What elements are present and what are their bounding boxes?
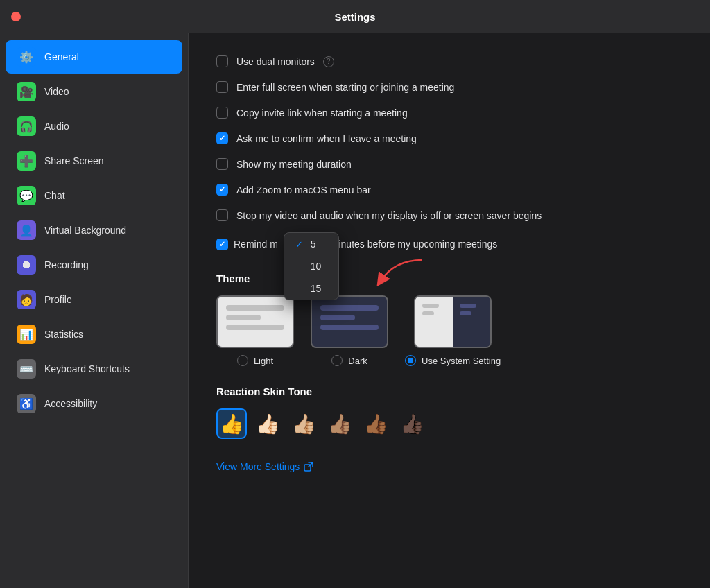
label-confirm-leave: Ask me to confirm when I leave a meeting [236,133,417,144]
skin-tone-1[interactable]: 👍🏻 [252,408,283,439]
sidebar: ⚙️ General 🎥 Video 🎧 Audio ➕ Share Scree… [0,33,189,588]
sidebar-item-profile[interactable]: 🧑 Profile [6,283,182,316]
sidebar-label-recording: Recording [44,259,89,270]
sidebar-item-virtual-background[interactable]: 👤 Virtual Background [6,214,182,247]
window-title: Settings [334,11,375,23]
checkbox-add-zoom-menu[interactable] [216,184,228,196]
label-show-duration: Show my meeting duration [236,159,352,170]
theme-option-dark[interactable]: Dark [311,295,388,366]
audio-icon: 🎧 [17,116,36,136]
theme-options: Light Dark [216,295,682,366]
dark-label: Dark [348,356,367,366]
option-label-10: 10 [311,261,322,272]
radio-light[interactable] [237,355,248,366]
light-label: Light [254,356,273,366]
option-label-5: 5 [311,239,316,250]
option-label-15: 15 [311,283,322,294]
chat-icon: 💬 [17,186,36,205]
sidebar-label-virtual-background: Virtual Background [44,225,126,236]
sidebar-item-chat[interactable]: 💬 Chat [6,179,182,212]
help-icon-dual-monitors[interactable]: ? [323,56,334,67]
sidebar-label-keyboard-shortcuts: Keyboard Shortcuts [44,363,130,374]
sidebar-label-share-screen: Share Screen [44,155,104,166]
view-more-label: View More Settings [216,461,300,472]
sidebar-item-video[interactable]: 🎥 Video [6,75,182,108]
sidebar-item-accessibility[interactable]: ♿ Accessibility [6,387,182,420]
checkbox-stop-video-audio[interactable] [216,209,228,221]
dropdown-container: 5 ▼ ✓ 5 ✓ 10 ✓ 15 [284,235,325,253]
dark-theme-preview [311,295,388,348]
checkbox-copy-invite[interactable] [216,107,228,119]
external-link-icon [304,462,313,472]
accessibility-icon: ♿ [17,394,36,413]
checkbox-confirm-leave[interactable] [216,132,228,144]
profile-icon: 🧑 [17,290,36,309]
sidebar-item-general[interactable]: ⚙️ General [6,40,182,74]
dropdown-popup: ✓ 5 ✓ 10 ✓ 15 [284,232,339,300]
theme-option-light[interactable]: Light [216,295,294,366]
system-radio-row: Use System Setting [405,355,501,366]
dark-radio-row: Dark [331,355,367,366]
setting-add-zoom-menu: Add Zoom to macOS menu bar [216,184,682,196]
sidebar-label-statistics: Statistics [44,329,83,340]
skin-tone-title: Reaction Skin Tone [216,386,682,397]
system-theme-preview [414,295,492,348]
checkbox-fullscreen[interactable] [216,81,228,93]
remind-suffix: minutes before my upcoming meetings [331,239,497,250]
dropdown-option-5[interactable]: ✓ 5 [284,233,338,255]
content-area: Use dual monitors ? Enter full screen wh… [189,33,710,588]
sidebar-label-chat: Chat [44,190,65,201]
sidebar-label-video: Video [44,86,69,97]
label-dual-monitors: Use dual monitors [236,56,315,67]
video-icon: 🎥 [17,82,36,101]
checkbox-dual-monitors[interactable] [216,55,228,67]
close-button[interactable] [11,12,21,21]
sidebar-label-audio: Audio [44,121,69,132]
setting-show-duration: Show my meeting duration [216,158,682,170]
checkmark-10: ✓ [295,261,305,272]
sidebar-label-accessibility: Accessibility [44,398,97,409]
recording-icon: ⏺ [17,255,36,275]
setting-confirm-leave: Ask me to confirm when I leave a meeting [216,132,682,144]
label-fullscreen: Enter full screen when starting or joini… [236,82,454,93]
virtual-background-icon: 👤 [17,220,36,240]
remind-prefix: Remind m [234,239,278,250]
sidebar-label-profile: Profile [44,294,72,305]
setting-fullscreen: Enter full screen when starting or joini… [216,81,682,93]
sidebar-item-keyboard-shortcuts[interactable]: ⌨️ Keyboard Shortcuts [6,352,182,386]
dropdown-option-10[interactable]: ✓ 10 [284,255,338,277]
skin-tone-3[interactable]: 👍🏽 [324,408,355,439]
skin-tone-0[interactable]: 👍 [216,408,247,439]
sidebar-item-share-screen[interactable]: ➕ Share Screen [6,144,182,178]
theme-option-system[interactable]: Use System Setting [405,295,501,366]
checkmark-15: ✓ [295,284,305,294]
skin-tone-4[interactable]: 👍🏾 [361,408,391,439]
statistics-icon: 📊 [17,325,36,344]
radio-dark[interactable] [331,355,343,366]
checkbox-remind[interactable] [216,239,228,250]
sidebar-item-statistics[interactable]: 📊 Statistics [6,318,182,351]
setting-stop-video-audio: Stop my video and audio when my display … [216,209,682,221]
setting-copy-invite: Copy invite link when starting a meeting [216,107,682,119]
radio-system[interactable] [405,355,416,366]
main-layout: ⚙️ General 🎥 Video 🎧 Audio ➕ Share Scree… [0,33,710,588]
sidebar-item-recording[interactable]: ⏺ Recording [6,248,182,282]
skin-tone-2[interactable]: 👍🏼 [288,408,319,439]
general-icon: ⚙️ [17,47,36,67]
skin-tones: 👍 👍🏻 👍🏼 👍🏽 👍🏾 👍🏿 [216,408,682,439]
checkmark-5: ✓ [295,239,305,250]
checkbox-show-duration[interactable] [216,158,228,170]
share-screen-icon: ➕ [17,151,36,171]
system-label: Use System Setting [422,356,501,366]
light-theme-preview [216,295,294,348]
title-bar: Settings [0,0,710,33]
dropdown-option-15[interactable]: ✓ 15 [284,277,338,300]
setting-dual-monitors: Use dual monitors ? [216,55,682,67]
sidebar-item-audio[interactable]: 🎧 Audio [6,110,182,143]
skin-tone-5[interactable]: 👍🏿 [397,408,427,439]
skin-tone-section: Reaction Skin Tone 👍 👍🏻 👍🏼 👍🏽 👍🏾 👍🏿 [216,386,682,439]
remind-row: Remind m 5 ▼ ✓ 5 ✓ 10 [216,235,682,253]
label-stop-video-audio: Stop my video and audio when my display … [236,210,542,221]
keyboard-shortcuts-icon: ⌨️ [17,359,36,379]
view-more-settings-link[interactable]: View More Settings [216,461,682,472]
